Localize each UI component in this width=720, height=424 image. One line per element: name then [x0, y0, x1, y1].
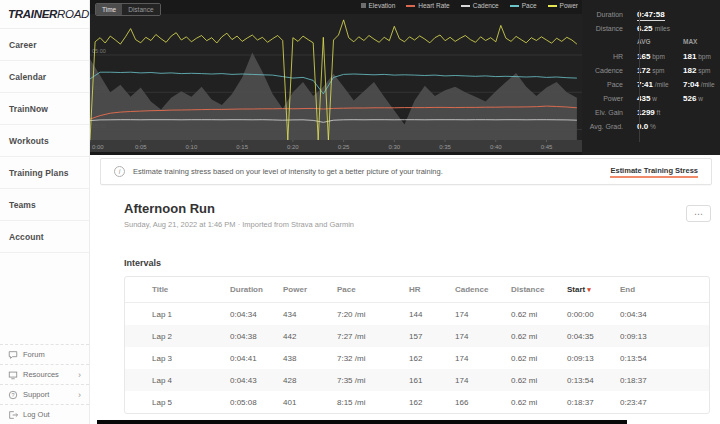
table-cell: 0:13:54 [620, 354, 708, 363]
column-header-pace[interactable]: Pace [337, 285, 409, 294]
stat-row: HR165 bpm181 bpm [582, 52, 720, 66]
table-cell: 0:04:34 [620, 310, 708, 319]
sidebar-item-label: Forum [23, 350, 81, 359]
sidebar-item-teams[interactable]: Teams [0, 189, 89, 221]
legend-label: Cadence [473, 2, 499, 9]
chevron-right-icon: › [78, 390, 81, 400]
svg-text:0:00: 0:00 [92, 144, 104, 150]
column-header-hr[interactable]: HR [409, 285, 455, 294]
stat-row: Elv. Gain1299 ft [582, 108, 720, 122]
legend-item-pace[interactable]: Pace [510, 2, 537, 9]
heart-rate-swatch-icon [406, 5, 415, 7]
svg-text:0:15: 0:15 [236, 144, 248, 150]
sidebar-item-logout[interactable]: Log Out [0, 404, 89, 424]
sidebar-item-training-plans[interactable]: Training Plans [0, 157, 89, 189]
table-cell: 0.62 mi [511, 310, 567, 319]
table-cell: 0.62 mi [511, 354, 567, 363]
svg-text:0:40: 0:40 [490, 144, 502, 150]
intervals-heading: Intervals [124, 258, 161, 268]
svg-text:0:10: 0:10 [186, 144, 198, 150]
more-options-button[interactable]: ⋯ [686, 205, 711, 222]
logo-trainer: TRAINER [8, 8, 57, 20]
table-row[interactable]: Lap 30:04:414387:32 /mi1621740.62 mi0:09… [125, 347, 709, 369]
sidebar-item-calendar[interactable]: Calendar [0, 61, 89, 93]
table-cell: 7:35 /mi [337, 376, 409, 385]
table-cell: 7:27 /mi [337, 332, 409, 341]
table-cell: 0.62 mi [511, 332, 567, 341]
column-header-duration[interactable]: Duration [230, 285, 283, 294]
table-cell: 161 [409, 376, 455, 385]
legend-item-elevation[interactable]: Elevation [361, 2, 396, 9]
legend-label: Power [560, 2, 578, 9]
table-cell: 401 [283, 398, 337, 407]
svg-text:0:45: 0:45 [541, 144, 553, 150]
table-cell: 428 [283, 376, 337, 385]
sidebar-item-support[interactable]: ? Support › [0, 384, 89, 404]
sidebar-item-account[interactable]: Account [0, 221, 89, 253]
sidebar-item-trainnow[interactable]: TrainNow [0, 93, 89, 125]
table-row[interactable]: Lap 40:04:434287:35 /mi1611740.62 mi0:13… [125, 369, 709, 391]
legend-item-power[interactable]: Power [548, 2, 578, 9]
column-header-end[interactable]: End [620, 285, 708, 294]
stats-metrics: HR165 bpm181 bpmCadence172 spm182 spmPac… [582, 52, 720, 136]
table-cell: 442 [283, 332, 337, 341]
info-icon: i [114, 166, 125, 177]
toggle-distance-button[interactable]: Distance [122, 4, 159, 15]
sidebar-item-workouts[interactable]: Workouts [0, 125, 89, 157]
stat-row-distance: Distance 6.25 miles [582, 24, 720, 38]
intervals-table: TitleDurationPowerPaceHRCadenceDistanceS… [124, 276, 710, 414]
table-cell: 8:15 /mi [337, 398, 409, 407]
sidebar-item-career[interactable]: Career [0, 29, 89, 61]
sidebar-item-forum[interactable]: Forum [0, 344, 89, 364]
sidebar-item-resources[interactable]: Resources › [0, 364, 89, 384]
stat-max-value: 7:04 /mile [678, 80, 718, 89]
chart-axis-toggle: Time Distance [95, 3, 161, 16]
trainerroad-logo[interactable]: TRAINERROAD [0, 0, 89, 29]
stat-label: Cadence [582, 67, 632, 74]
sidebar-item-label: Resources [23, 370, 73, 379]
logo-road: ROAD [57, 8, 89, 20]
column-header-cadence[interactable]: Cadence [455, 285, 511, 294]
sidebar-footer: Forum Resources › ? Support › Log Out [0, 344, 89, 424]
legend-item-heart-rate[interactable]: Heart Rate [406, 2, 449, 9]
svg-text:05:00: 05:00 [92, 48, 106, 54]
stat-label: Duration [582, 11, 632, 18]
banner-text: Estimate training stress based on your l… [133, 167, 610, 176]
power-swatch-icon [548, 5, 557, 7]
column-header-power[interactable]: Power [283, 285, 337, 294]
table-cell: 174 [455, 332, 511, 341]
stat-value: 0:47:58 [632, 10, 718, 19]
table-cell: 0:18:37 [620, 376, 708, 385]
activity-stats-panel: Duration 0:47:58 Distance 6.25 miles AVG… [582, 0, 720, 155]
table-row[interactable]: Lap 50:05:084018:15 /mi1621660.62 mi0:18… [125, 391, 709, 413]
table-cell: 0:13:54 [567, 376, 620, 385]
stat-label: Elv. Gain [582, 109, 632, 116]
activity-chart[interactable]: Time Distance Elevation Heart Rate Caden… [90, 0, 582, 155]
table-cell: 0:00:00 [567, 310, 620, 319]
svg-text:0:30: 0:30 [388, 144, 400, 150]
cadence-swatch-icon [461, 5, 470, 7]
svg-text:0:25: 0:25 [338, 144, 350, 150]
legend-item-cadence[interactable]: Cadence [461, 2, 499, 9]
column-header-start[interactable]: Start ▾ [567, 285, 620, 294]
logout-icon [8, 410, 18, 420]
table-row[interactable]: Lap 20:04:384427:27 /mi1571740.62 mi0:04… [125, 325, 709, 347]
column-header-title[interactable]: Title [152, 285, 230, 294]
support-icon: ? [8, 390, 18, 400]
table-cell: 0:09:13 [567, 354, 620, 363]
stat-max-value: 182 spm [678, 66, 718, 75]
toggle-time-button[interactable]: Time [96, 4, 122, 15]
table-cell: Lap 3 [152, 354, 230, 363]
table-cell: 0:04:43 [230, 376, 283, 385]
table-cell: 0.62 mi [511, 398, 567, 407]
table-cell: Lap 1 [152, 310, 230, 319]
column-header-distance[interactable]: Distance [511, 285, 567, 294]
table-row[interactable]: Lap 10:04:344347:20 /mi1441740.62 mi0:00… [125, 303, 709, 325]
duration-value[interactable]: 0:47:58 [637, 10, 665, 21]
trainerroad-app: TRAINERROAD CareerCalendarTrainNowWorkou… [0, 0, 720, 424]
stat-row: Cadence172 spm182 spm [582, 66, 720, 80]
estimate-training-stress-link[interactable]: Estimate Training Stress [610, 166, 698, 178]
activity-chart-svg[interactable]: 05:0010:0015:000:000:050:100:150:200:250… [90, 0, 582, 155]
table-cell: 7:32 /mi [337, 354, 409, 363]
sidebar-item-label: Support [23, 390, 73, 399]
